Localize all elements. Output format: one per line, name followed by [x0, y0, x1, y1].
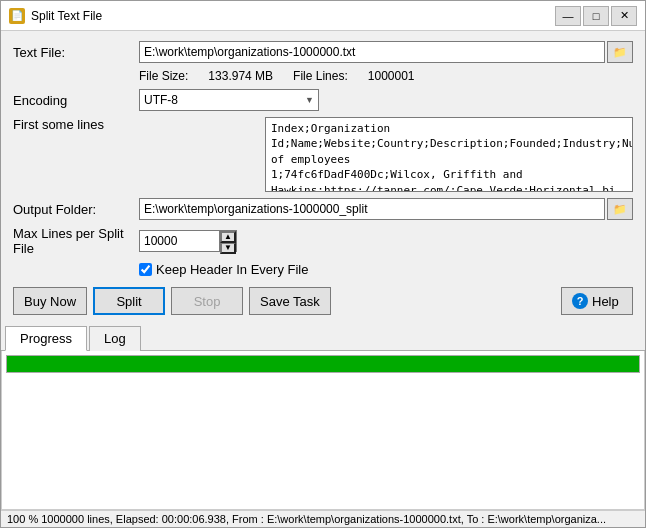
tab-progress-label: Progress	[20, 331, 72, 346]
keepheader-label[interactable]: Keep Header In Every File	[156, 262, 308, 277]
encoding-row: Encoding UTF-8 UTF-16 ASCII ISO-8859-1	[13, 89, 633, 111]
firstlines-preview: Index;Organization Id;Name;Website;Count…	[265, 117, 633, 192]
keepheader-row: Keep Header In Every File	[139, 262, 633, 277]
textfile-label: Text File:	[13, 45, 133, 60]
keepheader-checkbox[interactable]	[139, 263, 152, 276]
buynow-button[interactable]: Buy Now	[13, 287, 87, 315]
minimize-button[interactable]: —	[555, 6, 581, 26]
tab-progress[interactable]: Progress	[5, 326, 87, 351]
textfile-browse-button[interactable]: 📁	[607, 41, 633, 63]
main-window: 📄 Split Text File — □ ✕ Text File: 📁 Fil…	[0, 0, 646, 528]
firstlines-label: First some lines	[13, 117, 133, 132]
browse-icon: 📁	[613, 46, 627, 59]
spinner-down-button[interactable]: ▼	[220, 243, 236, 254]
status-text: 100 % 1000000 lines, Elapsed: 00:00:06.9…	[7, 513, 606, 525]
log-area	[1, 351, 645, 510]
window-title: Split Text File	[31, 9, 555, 23]
progress-bar-container	[6, 355, 640, 373]
filesize-value: 133.974 MB	[208, 69, 273, 83]
filesize-label: File Size:	[139, 69, 188, 83]
tabs-bar: Progress Log	[1, 325, 645, 351]
spinner-buttons: ▲ ▼	[219, 230, 237, 252]
encoding-select[interactable]: UTF-8 UTF-16 ASCII ISO-8859-1	[139, 89, 319, 111]
textfile-input[interactable]	[139, 41, 605, 63]
maxlines-label: Max Lines per Split File	[13, 226, 133, 256]
outputfolder-input-group: 📁	[139, 198, 633, 220]
outputfolder-input[interactable]	[139, 198, 605, 220]
help-icon: ?	[572, 293, 588, 309]
encoding-label: Encoding	[13, 93, 133, 108]
encoding-select-wrapper: UTF-8 UTF-16 ASCII ISO-8859-1	[139, 89, 319, 111]
form-content: Text File: 📁 File Size: 133.974 MB File …	[1, 31, 645, 325]
browse-folder-icon: 📁	[613, 203, 627, 216]
stop-button[interactable]: Stop	[171, 287, 243, 315]
help-button[interactable]: ? Help	[561, 287, 633, 315]
progress-bar-fill	[7, 356, 639, 372]
maxlines-row: Max Lines per Split File ▲ ▼	[13, 226, 633, 256]
outputfolder-row: Output Folder: 📁	[13, 198, 633, 220]
filelines-label: File Lines:	[293, 69, 348, 83]
status-bar: 100 % 1000000 lines, Elapsed: 00:00:06.9…	[1, 510, 645, 527]
textfile-input-group: 📁	[139, 41, 633, 63]
buttons-row: Buy Now Split Stop Save Task ? Help	[13, 287, 633, 315]
maxlines-spinner: ▲ ▼	[139, 230, 237, 252]
outputfolder-browse-button[interactable]: 📁	[607, 198, 633, 220]
maximize-button[interactable]: □	[583, 6, 609, 26]
outputfolder-label: Output Folder:	[13, 202, 133, 217]
firstlines-content: Index;Organization Id;Name;Website;Count…	[271, 122, 633, 192]
tab-log-label: Log	[104, 331, 126, 346]
maxlines-input[interactable]	[139, 230, 219, 252]
help-label: Help	[592, 294, 619, 309]
titlebar: 📄 Split Text File — □ ✕	[1, 1, 645, 31]
firstlines-row: First some lines Index;Organization Id;N…	[13, 117, 633, 192]
titlebar-controls: — □ ✕	[555, 6, 637, 26]
filelines-value: 1000001	[368, 69, 415, 83]
textfile-row: Text File: 📁	[13, 41, 633, 63]
close-button[interactable]: ✕	[611, 6, 637, 26]
tab-log[interactable]: Log	[89, 326, 141, 351]
spinner-up-button[interactable]: ▲	[220, 231, 236, 243]
savetask-button[interactable]: Save Task	[249, 287, 331, 315]
file-info-row: File Size: 133.974 MB File Lines: 100000…	[139, 69, 633, 83]
split-button[interactable]: Split	[93, 287, 165, 315]
window-icon: 📄	[9, 8, 25, 24]
